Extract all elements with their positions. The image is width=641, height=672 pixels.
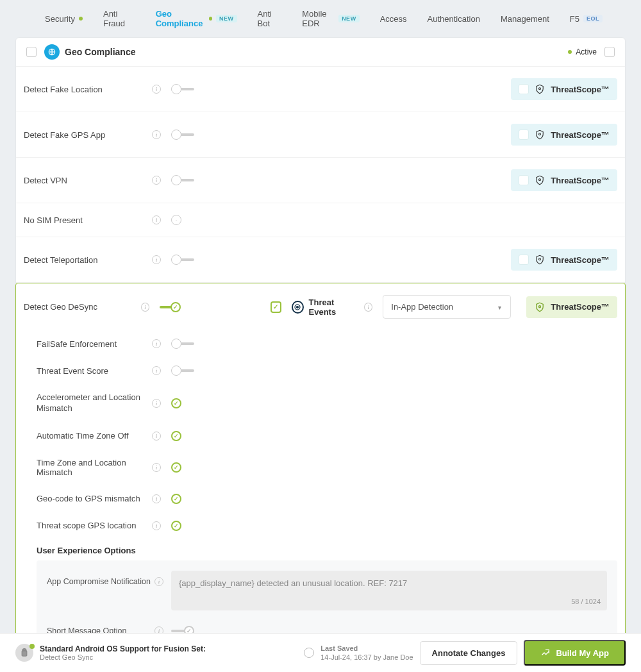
toggle[interactable]: [171, 130, 194, 140]
tab-security[interactable]: Security: [45, 14, 83, 24]
shield-icon: [534, 174, 545, 186]
options-icon[interactable]: [604, 47, 615, 57]
threatscope-box[interactable]: ThreatScope™: [511, 124, 617, 146]
checkbox[interactable]: [519, 84, 529, 94]
row-label: Accelerometer and Location Mismatch: [37, 392, 152, 414]
info-icon[interactable]: i: [152, 366, 161, 375]
row-label: FailSafe Enforcement: [37, 339, 152, 349]
panel-title: Geo Compliance: [65, 47, 135, 57]
checkbox[interactable]: [519, 130, 529, 140]
row-label: Threat Event Score: [37, 366, 152, 376]
tab-authentication[interactable]: Authentication: [428, 14, 480, 24]
tab-management[interactable]: Management: [501, 14, 549, 24]
row-auto-timezone-off: Automatic Time Zone Off i ✓: [16, 423, 625, 449]
row-label: Detect Teleportation: [24, 255, 152, 265]
shield-icon: [534, 83, 545, 95]
tab-f5[interactable]: F5EOL: [570, 14, 603, 24]
tab-label: Anti Fraud: [103, 9, 135, 28]
tab-anti-fraud[interactable]: Anti Fraud: [103, 9, 135, 28]
tab-geo-compliance[interactable]: Geo ComplianceNEW: [156, 9, 237, 28]
toggle[interactable]: [171, 339, 194, 349]
threatscope-label: ThreatScope™: [551, 176, 610, 185]
threat-events-label: Threat Events: [309, 298, 360, 317]
detection-mode-select[interactable]: In-App Detection ▾: [383, 295, 511, 319]
threat-events-checkbox[interactable]: ✓: [271, 301, 281, 313]
check-on-icon[interactable]: ✓: [171, 521, 181, 531]
info-icon[interactable]: i: [152, 176, 161, 185]
fusion-set-sub: Detect Geo Sync: [40, 653, 206, 661]
status-dot-icon: [79, 17, 83, 21]
footer-bar: Standard Android OS Support for Fusion S…: [0, 633, 641, 672]
build-my-app-button[interactable]: Build My App: [524, 640, 626, 666]
row-label: Time Zone and Location Mismatch: [37, 458, 152, 477]
threatscope-box[interactable]: ThreatScope™: [511, 249, 617, 271]
threatscope-box[interactable]: ThreatScope™: [526, 296, 617, 318]
row-detect-geo-desync: Detect Geo DeSync i ✓ ✓ Threat Events i …: [16, 283, 625, 330]
row-detect-fake-gps-app: Detect Fake GPS App i ThreatScope™: [16, 112, 625, 158]
info-icon[interactable]: i: [152, 85, 161, 94]
info-icon[interactable]: i: [152, 432, 161, 441]
threatscope-box[interactable]: ThreatScope™: [511, 169, 617, 191]
tab-label: Authentication: [428, 14, 480, 24]
toggle[interactable]: [171, 255, 194, 265]
svg-point-5: [539, 258, 541, 260]
toggle[interactable]: [171, 365, 194, 376]
shield-icon: [534, 129, 545, 140]
check-on-icon[interactable]: ✓: [171, 431, 181, 441]
info-icon[interactable]: i: [152, 521, 161, 530]
row-label: Detect Geo DeSync: [24, 302, 141, 312]
info-icon[interactable]: i: [152, 339, 161, 348]
info-icon[interactable]: i: [152, 494, 161, 503]
tab-label: Security: [45, 14, 75, 24]
annotate-changes-button[interactable]: Annotate Changes: [420, 641, 518, 665]
threatscope-label: ThreatScope™: [551, 85, 610, 94]
info-icon[interactable]: i: [152, 215, 161, 224]
tab-access[interactable]: Access: [380, 14, 407, 24]
info-icon[interactable]: i: [152, 130, 161, 139]
check-on-icon[interactable]: ✓: [171, 398, 181, 408]
svg-point-3: [539, 179, 541, 181]
check-on-icon[interactable]: ✓: [171, 462, 181, 473]
toggle[interactable]: [171, 84, 194, 94]
row-label: Threat scope GPS location: [37, 521, 152, 530]
checkbox[interactable]: [519, 255, 529, 265]
history-icon[interactable]: [304, 648, 314, 658]
row-label: Detect Fake Location: [24, 85, 152, 94]
tab-label: F5: [570, 14, 579, 24]
eol-badge: EOL: [583, 15, 603, 22]
tab-anti-bot[interactable]: Anti Bot: [258, 9, 282, 28]
info-icon[interactable]: i: [154, 577, 163, 586]
check-on-icon[interactable]: ✓: [171, 494, 181, 504]
svg-point-1: [539, 88, 541, 90]
info-icon[interactable]: i: [152, 255, 161, 264]
row-app-compromise-notification: App Compromise Notification i {app_displ…: [47, 571, 607, 610]
svg-rect-4: [176, 220, 177, 221]
last-saved-label: Last Saved: [320, 644, 413, 653]
toggle[interactable]: [171, 175, 194, 185]
app-notification-textarea[interactable]: {app_display_name} detected an unusual l…: [171, 571, 607, 610]
tab-mobile-edr[interactable]: Mobile EDRNEW: [302, 9, 359, 28]
status-dot-icon: [209, 17, 212, 21]
caret-down-icon: ▾: [498, 303, 501, 310]
checkbox[interactable]: [519, 175, 529, 185]
row-label: Detect Fake GPS App: [24, 130, 152, 140]
detect-geo-desync-section: Detect Geo DeSync i ✓ ✓ Threat Events i …: [15, 283, 626, 672]
info-icon[interactable]: i: [364, 303, 372, 312]
tab-label: Anti Bot: [258, 9, 282, 28]
row-label: Automatic Time Zone Off: [37, 431, 152, 441]
row-no-sim-present: No SIM Present i: [16, 203, 625, 237]
toggle[interactable]: ✓: [160, 302, 181, 312]
threatscope-label: ThreatScope™: [551, 302, 610, 312]
info-icon[interactable]: i: [141, 303, 149, 312]
row-label: App Compromise Notification: [47, 571, 154, 586]
row-accel-location-mismatch: Accelerometer and Location Mismatch i ✓: [16, 384, 625, 423]
info-icon[interactable]: i: [152, 399, 161, 408]
collapse-icon[interactable]: [26, 47, 37, 57]
new-badge: NEW: [216, 15, 237, 22]
threatscope-box[interactable]: ThreatScope™: [511, 78, 617, 100]
status-dot-icon: [568, 50, 572, 54]
row-label: No SIM Present: [24, 215, 152, 225]
threatscope-label: ThreatScope™: [551, 255, 610, 265]
last-saved: Last Saved 14-Jul-24, 16:37 by Jane Doe: [320, 644, 413, 662]
info-icon[interactable]: i: [152, 463, 161, 472]
